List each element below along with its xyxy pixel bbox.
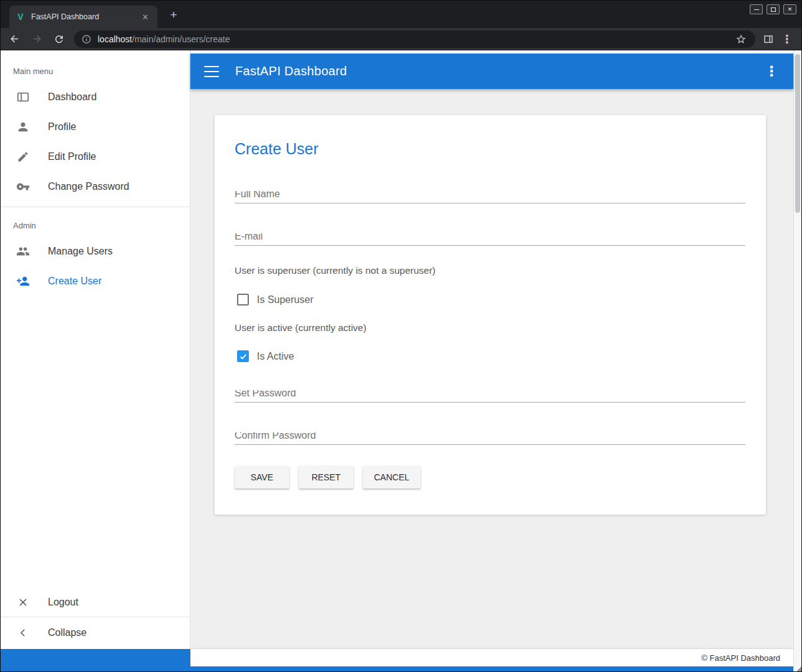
create-user-card: Create User User is superuser (currently… <box>215 115 766 515</box>
sidebar-item-label: Manage Users <box>48 246 113 257</box>
reset-button[interactable]: RESET <box>299 466 353 488</box>
url-text: localhost/main/admin/users/create <box>98 34 230 44</box>
form-buttons: SAVE RESET CANCEL <box>235 466 421 488</box>
person-add-icon <box>16 274 30 289</box>
check-icon <box>239 352 248 361</box>
minimize-button[interactable] <box>750 4 763 14</box>
sidebar-item-change-password[interactable]: Change Password <box>1 172 190 202</box>
close-button[interactable]: ✕ <box>783 4 796 14</box>
sidebar-item-profile[interactable]: Profile <box>1 112 190 142</box>
reload-button[interactable] <box>50 30 68 48</box>
back-button[interactable] <box>6 30 23 48</box>
sidebar-section-admin: Admin <box>1 207 190 236</box>
browser-toolbar: localhost/main/admin/users/create ⋮ <box>1 28 801 50</box>
browser-kebab-icon: ⋮ <box>781 34 793 45</box>
sidebar-item-label: Collapse <box>48 627 86 638</box>
sidebar: Main menu Dashboard Profile Edit Profile <box>1 50 190 649</box>
sidebar-item-label: Logout <box>48 597 78 608</box>
email-input[interactable] <box>235 233 745 246</box>
forward-button[interactable] <box>28 30 45 48</box>
tab-close-icon[interactable]: ✕ <box>139 11 151 23</box>
sidebar-item-edit-profile[interactable]: Edit Profile <box>1 142 190 172</box>
person-icon <box>16 119 30 134</box>
reload-icon <box>54 34 65 45</box>
vertical-scrollbar[interactable] <box>793 50 801 671</box>
page-title: Create User <box>235 140 319 158</box>
appbar-overflow-icon[interactable]: ⋮ <box>765 65 778 78</box>
active-checkbox-row: Is Active <box>237 350 294 362</box>
active-checkbox-label[interactable]: Is Active <box>257 351 294 362</box>
back-icon <box>9 33 21 45</box>
site-info-icon <box>82 34 91 44</box>
sidebar-item-create-user[interactable]: Create User <box>1 266 190 296</box>
sidebar-item-logout[interactable]: Logout <box>1 587 190 617</box>
full-name-input[interactable] <box>235 191 745 203</box>
vuetify-favicon: V <box>16 12 26 22</box>
forward-icon <box>31 33 43 45</box>
browser-titlebar: V FastAPI Dashboard ✕ + ✕ <box>1 1 801 28</box>
sidebar-item-manage-users[interactable]: Manage Users <box>1 236 190 266</box>
set-password-input[interactable] <box>235 390 745 403</box>
maximize-button[interactable] <box>767 4 780 14</box>
maximize-icon <box>771 7 776 12</box>
hamburger-menu-icon[interactable] <box>204 66 219 77</box>
browser-window: V FastAPI Dashboard ✕ + ✕ localhost/main… <box>0 0 802 672</box>
side-panel-icon <box>763 34 774 45</box>
dashboard-icon <box>16 90 30 105</box>
pencil-icon <box>16 149 30 164</box>
key-icon <box>16 179 30 194</box>
url-host: localhost <box>98 34 132 44</box>
page-content: Main menu Dashboard Profile Edit Profile <box>1 50 801 671</box>
save-button[interactable]: SAVE <box>235 466 289 488</box>
active-checkbox[interactable] <box>237 350 249 362</box>
bookmark-button[interactable] <box>733 31 749 47</box>
sidebar-item-dashboard[interactable]: Dashboard <box>1 82 190 112</box>
superuser-hint: User is superuser (currently is not a su… <box>235 265 436 276</box>
logout-x-icon <box>16 595 30 610</box>
superuser-checkbox-label[interactable]: Is Superuser <box>257 294 314 306</box>
side-panel-button[interactable] <box>760 31 776 47</box>
browser-menu-button[interactable]: ⋮ <box>779 31 795 47</box>
chevron-left-icon <box>16 625 30 640</box>
app-bar: FastAPI Dashboard ⋮ <box>190 54 793 89</box>
footer-copyright-bar: © FastAPI Dashboard <box>190 649 793 666</box>
sidebar-item-label: Dashboard <box>48 91 96 103</box>
copyright-text: © FastAPI Dashboard <box>701 653 780 663</box>
sidebar-section-main-menu: Main menu <box>1 50 190 82</box>
sidebar-item-label: Edit Profile <box>48 151 96 162</box>
new-tab-button[interactable]: + <box>166 7 181 22</box>
sidebar-item-label: Create User <box>48 276 101 287</box>
url-path: /main/admin/users/create <box>132 34 230 44</box>
sidebar-item-label: Change Password <box>48 181 129 192</box>
sidebar-item-label: Profile <box>48 121 76 133</box>
people-icon <box>16 244 30 259</box>
sidebar-item-collapse[interactable]: Collapse <box>1 618 190 648</box>
scrollbar-thumb[interactable] <box>795 54 800 213</box>
active-hint: User is active (currently active) <box>235 322 366 334</box>
superuser-checkbox[interactable] <box>237 294 249 306</box>
superuser-checkbox-row: Is Superuser <box>237 294 314 306</box>
tab-title: FastAPI Dashboard <box>31 12 139 21</box>
window-controls: ✕ <box>750 4 796 14</box>
bookmark-star-icon <box>735 34 747 45</box>
minimize-icon <box>754 9 759 10</box>
confirm-password-input[interactable] <box>235 432 745 445</box>
sidebar-divider <box>1 617 190 617</box>
main-content: Create User User is superuser (currently… <box>190 89 793 649</box>
app-title: FastAPI Dashboard <box>235 64 347 78</box>
browser-tab[interactable]: V FastAPI Dashboard ✕ <box>9 6 157 28</box>
resize-grip-icon <box>793 663 801 671</box>
address-bar[interactable]: localhost/main/admin/users/create <box>74 30 755 48</box>
cancel-button[interactable]: CANCEL <box>363 466 421 488</box>
